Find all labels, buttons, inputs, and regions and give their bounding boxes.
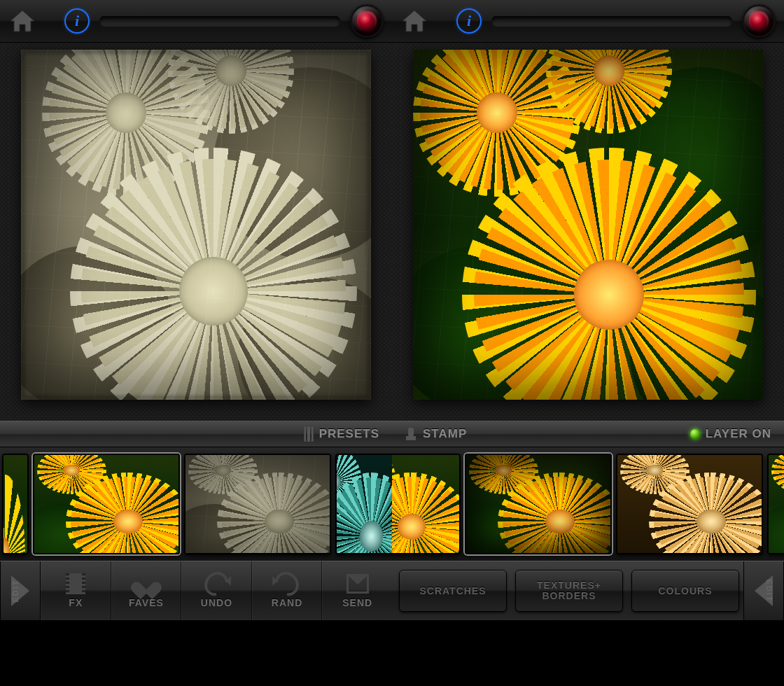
fx-button[interactable]: FX <box>41 561 111 620</box>
bottom-pad <box>0 620 392 686</box>
scratches-button[interactable]: SCRATCHES <box>399 570 507 612</box>
preset-thumb[interactable] <box>2 454 29 554</box>
edit-drawer-toggle[interactable]: EDIT <box>743 561 784 620</box>
colours-button[interactable]: COLOURS <box>631 570 739 612</box>
top-bar: i <box>0 0 392 43</box>
film-icon <box>66 573 85 594</box>
layer-on-label: LAYER ON <box>706 427 771 441</box>
main-preview[interactable] <box>21 50 371 400</box>
send-button[interactable]: SEND <box>322 561 392 620</box>
preview-area <box>0 43 392 421</box>
texture-thumbnails[interactable] <box>392 447 784 561</box>
preview-image <box>21 50 371 400</box>
texture-thumb[interactable] <box>616 454 763 554</box>
led-green-icon <box>690 429 700 439</box>
film-icon <box>304 426 314 442</box>
rand-button[interactable]: RAND <box>252 561 323 620</box>
capture-button[interactable] <box>742 4 776 38</box>
preset-thumb[interactable] <box>33 454 180 554</box>
info-icon[interactable]: i <box>64 8 90 34</box>
faves-label: FAVES <box>129 597 164 608</box>
effect-slider[interactable] <box>99 16 340 26</box>
bottom-toolbar: EDIT FX FAVES UNDO RAND SEND <box>0 561 392 620</box>
edit-label: EDIT <box>11 579 20 602</box>
edit-label: EDIT <box>764 579 773 602</box>
scratches-label: SCRATCHES <box>419 586 486 596</box>
faves-button[interactable]: FAVES <box>111 561 182 620</box>
undo-button[interactable]: UNDO <box>181 561 252 620</box>
texture-thumb[interactable] <box>767 454 784 554</box>
strip-label-bar: STAMP LAYER ON <box>392 421 784 447</box>
preset-thumb[interactable] <box>184 454 331 554</box>
colours-label: COLOURS <box>659 586 713 596</box>
textures-borders-label: TEXTURES+BORDERS <box>537 580 601 601</box>
top-bar: i <box>392 0 784 43</box>
bottom-toolbar: SCRATCHES TEXTURES+BORDERS COLOURS EDIT <box>392 561 784 620</box>
preset-thumb[interactable] <box>335 454 392 554</box>
undo-label: UNDO <box>201 597 232 608</box>
heart-icon <box>136 575 157 593</box>
undo-icon <box>200 567 234 601</box>
capture-button[interactable] <box>350 4 384 38</box>
home-icon[interactable] <box>398 6 431 36</box>
stamp-icon <box>405 428 417 440</box>
textures-borders-button[interactable]: TEXTURES+BORDERS <box>515 570 623 612</box>
preview-area <box>392 43 784 421</box>
stamp-label: STAMP <box>423 427 467 441</box>
strip-label-bar: PRESETS <box>0 421 392 447</box>
texture-thumb[interactable] <box>465 454 612 554</box>
bottom-pad <box>392 620 784 686</box>
preview-image <box>413 50 763 400</box>
envelope-icon <box>346 574 369 594</box>
rand-label: RAND <box>272 597 302 608</box>
send-label: SEND <box>342 597 372 608</box>
preset-thumbnails[interactable] <box>0 447 392 561</box>
random-icon <box>270 567 304 601</box>
home-icon[interactable] <box>6 6 39 36</box>
main-preview[interactable] <box>413 50 763 400</box>
effect-slider[interactable] <box>491 16 732 26</box>
presets-label: PRESETS <box>319 427 379 441</box>
fx-label: FX <box>69 597 83 608</box>
texture-thumb[interactable] <box>392 454 461 554</box>
edit-drawer-toggle[interactable]: EDIT <box>0 561 41 620</box>
info-icon[interactable]: i <box>456 8 482 34</box>
